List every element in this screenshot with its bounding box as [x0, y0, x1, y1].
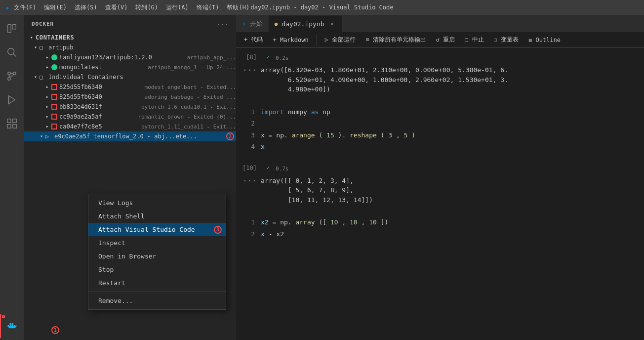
tab-bar: ⚡ 开始 ● day02.ipynb ✕ [236, 15, 644, 32]
container-chevron [43, 123, 51, 130]
code-eq: = np. [269, 131, 288, 139]
context-menu-open-browser[interactable]: Open in Browser [88, 250, 226, 263]
add-markdown-button[interactable]: + Markdown [269, 36, 312, 44]
context-menu: View Logs Attach Shell Attach Visual Stu… [88, 194, 226, 310]
sidebar-title: DOCKER [32, 21, 54, 27]
activity-bar-bottom: 1 [0, 314, 24, 340]
context-menu-separator [88, 292, 226, 292]
activity-source-control[interactable] [0, 64, 24, 88]
group-icon: ▢ [40, 44, 46, 51]
menu-goto[interactable]: 转到(G) [135, 3, 158, 12]
output-text-8: array([6.320e-03, 1.800e+01, 2.310e+00, … [261, 65, 644, 94]
window-title: day02.ipynb - day02 - Visual Studio Code [251, 4, 394, 11]
line-num-2: 2 [236, 119, 261, 128]
cell-10-checkmark: ✓ [261, 165, 276, 171]
menu-run[interactable]: 运行(A) [166, 3, 189, 12]
welcome-icon: ⚡ [242, 20, 246, 28]
container-chevron [43, 93, 51, 101]
code2-eq: = np. [272, 218, 291, 226]
containers-section[interactable]: CONTAINERS [24, 33, 236, 42]
title-bar: ✦ 文件(F) 编辑(E) 选择(S) 查看(V) 转到(G) 运行(A) 终端… [0, 0, 644, 15]
menu-file[interactable]: 文件(F) [14, 3, 37, 12]
svg-rect-10 [13, 119, 16, 123]
stopped-status-icon [51, 104, 57, 110]
sidebar-more-button[interactable]: ··· [217, 20, 228, 28]
clear-output-button[interactable]: ≡ 清除所有单元格输出 [362, 35, 430, 45]
context-menu-attach-vscode[interactable]: Attach Visual Studio Code 3 [88, 223, 226, 236]
tab-notebook-label: day02.ipynb [282, 20, 324, 28]
num-10-3: 10 [369, 218, 377, 226]
containers-label: CONTAINERS [36, 34, 74, 41]
stop-button[interactable]: □ 中止 [461, 35, 487, 45]
code-text: numpy [284, 108, 311, 116]
menu-view[interactable]: 查看(V) [105, 3, 128, 12]
activity-search[interactable] [0, 41, 24, 64]
restart-button[interactable]: ↺ 重启 [432, 35, 459, 45]
svg-rect-12 [13, 125, 16, 128]
num-3: 3 [388, 131, 392, 139]
running-triangle-icon: ▷ [45, 133, 52, 140]
container-tanliyuan[interactable]: tanliyuan123/artipub:1.2.0 artipub_app_.… [24, 52, 236, 62]
container-825d-2[interactable]: 825d55fb6340 adoring_babbage - Exited ..… [24, 92, 236, 102]
group-artipub[interactable]: ▢ artipub [24, 42, 236, 52]
annotation-3: 3 [214, 226, 222, 234]
code2-comma2: , [362, 218, 369, 226]
group-individual[interactable]: ▢ Individual Containers [24, 72, 236, 82]
outline-button[interactable]: ≡ Outline [524, 36, 564, 44]
menu-edit[interactable]: 编辑(E) [44, 3, 67, 12]
menu-help[interactable]: 帮助(H) [227, 3, 249, 12]
cell-separator-3 [236, 207, 644, 214]
line-num-4: 4 [236, 142, 261, 152]
container-name: ca04e7f7c8e5 [59, 123, 139, 130]
context-menu-attach-shell[interactable]: Attach Shell [88, 210, 226, 223]
svg-rect-1 [12, 25, 16, 29]
notebook-file-icon: ● [275, 21, 278, 27]
context-menu-restart[interactable]: Restart [88, 276, 226, 290]
activity-docker[interactable]: 1 [0, 314, 24, 338]
activity-run-debug[interactable] [0, 88, 24, 112]
num-10-1: 10 [330, 218, 338, 226]
run-all-button[interactable]: ▷ 全部运行 [321, 35, 360, 45]
container-name: cc9a9ae2a5af [59, 113, 136, 120]
output-dots-2: ··· [236, 176, 261, 185]
tab-welcome[interactable]: ⚡ 开始 [236, 15, 269, 32]
container-e9c0-highlighted[interactable]: ▷ e9c0ae2a5f tensorflow_2.0 - abj...ete.… [24, 131, 236, 141]
output-10-line-3: [10, 11, 12, 13, 14]]) [261, 195, 644, 205]
code2-content-1: x2 = np. array ([ 10 , 10 , 10 ]) [261, 217, 644, 227]
svg-point-2 [8, 48, 14, 55]
main-container: 1 DOCKER ··· CONTAINERS ▢ artipub [0, 15, 644, 340]
container-name: mongo:latest [59, 64, 146, 71]
context-menu-remove[interactable]: Remove... [88, 294, 226, 307]
vscode-icon: ✦ [5, 3, 10, 12]
activity-explorer[interactable] [0, 17, 24, 41]
context-menu-inspect[interactable]: Inspect [88, 236, 226, 250]
container-name: bb833e4d631f [59, 103, 139, 110]
code-line-1: 1 import numpy as np [236, 106, 644, 118]
container-name: 825d55fb6340 [59, 93, 143, 100]
num-15: 15 [326, 131, 334, 139]
code-paren2: ( [381, 131, 385, 139]
container-ca04[interactable]: ca04e7f7c8e5 pytorch_1.11_cuda11 - Exit.… [24, 122, 236, 131]
svg-rect-17 [10, 323, 11, 325]
editor-area: ⚡ 开始 ● day02.ipynb ✕ + 代码 + Markdown ▷ 全… [236, 15, 644, 340]
menu-select[interactable]: 选择(S) [75, 3, 97, 12]
container-bb83[interactable]: bb833e4d631f pytorch_1.6_cuda10.1 - Exi.… [24, 102, 236, 112]
variables-button[interactable]: ☐ 变量表 [490, 35, 523, 45]
context-menu-stop[interactable]: Stop [88, 263, 226, 276]
stopped-status-icon [51, 84, 57, 90]
tab-close-button[interactable]: ✕ [328, 20, 336, 28]
container-name: e9c0ae2a5f tensorflow_2.0 - abj...ete... [54, 133, 236, 140]
container-chevron [38, 132, 45, 140]
activity-extensions[interactable] [0, 112, 24, 135]
container-mongo[interactable]: mongo:latest artipub_mongo_1 - Up 24 ... [24, 62, 236, 72]
menu-terminal[interactable]: 终端(T) [197, 3, 219, 12]
context-menu-view-logs[interactable]: View Logs [88, 196, 226, 210]
add-code-button[interactable]: + 代码 [240, 35, 267, 45]
tab-notebook[interactable]: ● day02.ipynb ✕ [269, 15, 342, 32]
container-name: 825d55fb6340 [59, 84, 143, 90]
container-cc9a[interactable]: cc9a9ae2a5af romantic_brown - Exited (0)… [24, 112, 236, 122]
var-x-2: x [261, 143, 265, 150]
container-chevron [43, 103, 51, 111]
code-line-3: 3 x = np. arange ( 15 ). reshape ( 3 , 5… [236, 129, 644, 141]
container-825d-1[interactable]: 825d55fb6340 modest_engelbart - Exited..… [24, 82, 236, 92]
